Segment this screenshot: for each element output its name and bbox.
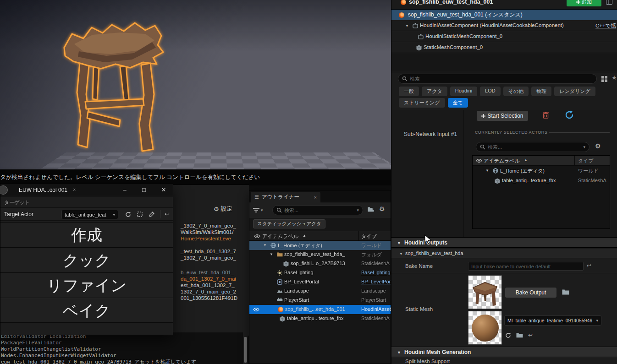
outliner-row-level[interactable]: ▼ L_Home (エディタ) ワールド [249,241,391,250]
expander-icon[interactable]: ▼ [397,350,401,355]
material-thumbnail[interactable] [468,311,502,345]
table-header[interactable]: アイテムラベル ▲ タイプ [473,156,610,166]
3d-viewport[interactable] [0,0,391,169]
refine-button[interactable]: リファイン [0,272,173,298]
trash-icon[interactable] [543,112,549,119]
column-item-label[interactable]: アイテムラベル [484,158,520,164]
tab-outliner[interactable]: ☰ アウトライナー × [251,192,320,202]
reset-icon[interactable]: ↩ [528,332,533,338]
details-search-input[interactable] [410,76,593,81]
outliner-row-playerstart[interactable]: PlayerStart PlayerStart [249,296,391,305]
chip-actor[interactable]: アクタ [422,87,447,96]
scrollbar-thumb[interactable] [244,337,247,363]
row-label: sop_fishlib_euw_test_hda_ [284,251,345,257]
chip-streaming[interactable]: ストリーミング [399,98,445,108]
close-button[interactable]: ✕ [160,186,168,193]
outliner-row-folder[interactable]: ▼ sop_fishlib_euw_test_hda_ フォルダ [249,250,391,259]
cpp-expand-link[interactable]: C++で拡 [595,22,616,29]
chip-general[interactable]: 一般 [399,87,419,96]
eye-icon[interactable] [254,234,260,239]
table-row-level[interactable]: ▼ L_Home (エディタ) ワールド [473,166,610,176]
eyedropper-icon[interactable] [149,212,154,217]
settings-header[interactable]: ⚙ 設定 [214,205,232,213]
column-type[interactable]: タイプ [578,158,594,164]
browse-to-asset-icon[interactable] [516,332,523,338]
frame-select-icon[interactable] [137,212,143,217]
expander-icon[interactable]: ▼ [270,252,273,256]
maximize-button[interactable]: □ [140,186,148,193]
chip-rendering[interactable]: レンダリング [554,87,595,96]
window-title-bar[interactable]: EUW HDA...ool 001 × – □ ✕ [0,184,173,196]
component-row-houdini-asset[interactable]: ▼ HoudiniAssetComponent (HoudiniAssetCoo… [391,20,617,31]
chip-houdini[interactable]: Houdini [450,87,477,96]
section-houdini-mesh-generation[interactable]: ▼ Houdini Mesh Generation [391,347,617,357]
expander-icon[interactable]: ▼ [397,241,401,245]
outliner-search[interactable]: ▾ [272,205,363,215]
bake-output-button[interactable]: Bake Output [505,288,556,298]
outliner-row-houdini-selected[interactable]: sop_fishlib_...est_hda_001 HoudiniAsset [249,305,391,314]
chip-physics[interactable]: 物理 [531,87,551,96]
property-line: 1302_7_0_main_geo_2 [181,288,237,295]
outliner-row-landscape[interactable]: Landscape Landscape [249,287,391,296]
add-folder-icon[interactable] [368,206,375,212]
component-instance-row[interactable]: sop_fishlib_euw_test_hda_001 (インスタンス) [391,9,617,20]
tab-close-icon[interactable]: × [314,195,317,200]
expander-icon[interactable]: ▼ [399,252,403,256]
outliner-column-header[interactable]: アイテムラベル ▲ タイプ [249,231,391,241]
material-dropdown[interactable]: MI_table_antique_teatime_0914055946 ▾ [504,315,601,326]
column-item-label[interactable]: アイテムラベル [262,233,298,240]
start-selection-button[interactable]: Start Selection [477,111,528,121]
row-label: sop_fishlib_...est_hda_001 [285,306,345,312]
minimize-button[interactable]: – [121,186,129,193]
chevron-down-icon[interactable]: ▾ [357,208,359,212]
refresh-icon[interactable] [565,110,574,120]
add-button-label: 追加 [582,0,592,5]
outliner-row-baselighting[interactable]: BaseLighting BaseLighting [249,268,391,277]
expander-icon[interactable]: ▼ [263,243,267,247]
panel-layout-icon[interactable] [606,0,612,5]
outliner-row-table-fbx[interactable]: table_antiqu...texture_fbx StaticMeshA [249,314,391,323]
static-mesh-thumbnail[interactable] [468,275,502,309]
column-type[interactable]: タイプ [361,233,377,240]
create-button[interactable]: 作成 [0,222,173,247]
component-row-staticmesh[interactable]: StaticMeshComponent_0 [391,42,617,53]
chip-lod[interactable]: LOD [480,87,501,96]
eye-icon[interactable] [476,158,482,163]
favorites-star-icon[interactable]: ★ [611,74,617,81]
component-row-houdini-staticmesh[interactable]: HoudiniStaticMeshComponent_0 [391,31,617,42]
actor-search-input[interactable] [488,144,581,150]
outliner-row-staticmesh[interactable]: sop_fishli...o_2A7B9713 StaticMeshA [249,259,391,268]
expander-icon[interactable]: ▼ [405,24,409,28]
chevron-down-icon[interactable]: ▾ [583,145,585,149]
actor-search-combo[interactable]: ▾ [476,142,589,152]
expander-icon[interactable]: ▼ [485,168,489,173]
view-options-icon[interactable] [601,76,607,82]
reset-icon[interactable]: ↩ [587,262,591,269]
row-type-link[interactable]: BP_LevelPor [361,279,391,284]
chip-other[interactable]: その他 [503,87,529,96]
gear-icon[interactable]: ⚙ [595,142,601,150]
bake-name-input[interactable] [468,262,584,271]
add-button[interactable]: 追加 [567,0,601,6]
cook-button[interactable]: クック [0,247,173,272]
filter-button[interactable]: ▾ [253,206,268,215]
bake-button[interactable]: ベイク [0,298,173,323]
tab-close-icon[interactable]: × [73,187,76,192]
details-search[interactable] [398,74,597,84]
row-type-link[interactable]: BaseLighting [361,270,391,275]
gear-icon[interactable]: ⚙ [379,205,385,212]
eye-icon[interactable] [253,307,259,312]
use-selected-icon[interactable] [125,212,131,217]
use-selected-icon[interactable] [505,332,511,338]
subsection-hda[interactable]: ▼ sop_fishlib_euw_test_hda [391,249,617,258]
target-actor-dropdown[interactable]: table_antique_teat ▾ [61,210,118,219]
selected-table-mesh[interactable] [51,12,180,154]
table-row-table-fbx[interactable]: table_antiq...texture_fbx StaticMeshA [473,176,610,186]
outliner-row-levelportal[interactable]: BP_LevelPortal BP_LevelPor [249,277,391,287]
chip-all-active[interactable]: 全て [448,98,468,108]
browse-folder-icon[interactable] [562,289,569,295]
row-type: フォルダ [361,251,382,258]
filter-chip-staticmeshactor[interactable]: スタティックメッシュアクタ [253,219,325,228]
reset-icon[interactable]: ↩ [165,211,170,217]
outliner-search-input[interactable] [284,207,354,213]
